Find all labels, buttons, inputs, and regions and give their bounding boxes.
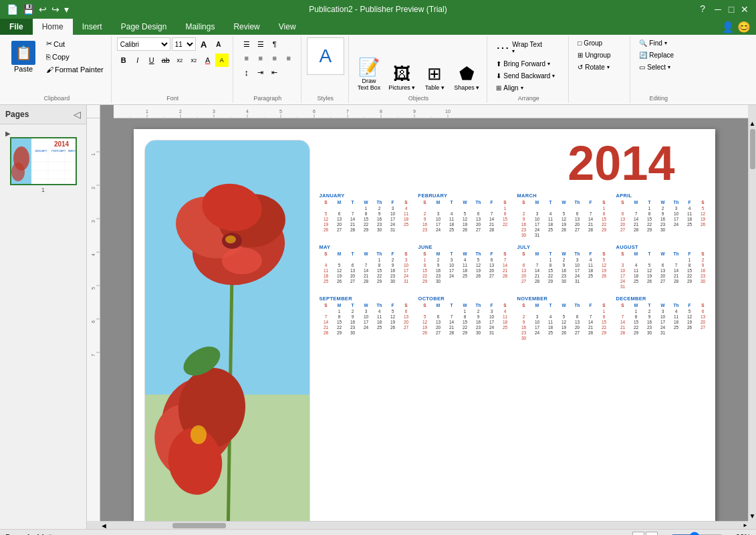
h-scroll-arrow-right[interactable]: ► (743, 522, 748, 528)
svg-text:7: 7 (346, 109, 349, 114)
ungroup-button[interactable]: ⊞ Ungroup (574, 49, 614, 61)
wrap-text-button[interactable]: ⋯ Wrap Text ▾ (493, 37, 564, 58)
h-scroll-track[interactable] (106, 522, 743, 530)
draw-text-box-button[interactable]: 📝 DrawText Box (354, 54, 384, 94)
tab-review[interactable]: Review (224, 19, 269, 35)
page-1-thumbnail[interactable]: 2014 JANUARY FEBRUARY MARCH (10, 137, 77, 185)
maximize-button[interactable]: □ (725, 3, 737, 15)
scroll-down-button[interactable]: ▼ (748, 511, 756, 521)
group-button[interactable]: □ Group (574, 37, 606, 49)
calendar-day-cell: 11 (320, 268, 333, 273)
font-grow-button[interactable]: A (197, 37, 211, 51)
calendar-day-cell: 4 (584, 257, 598, 262)
h-scroll-thumb[interactable] (172, 523, 226, 528)
styles-label: Styles (317, 94, 334, 102)
indent-more-button[interactable]: ⇥ (254, 66, 267, 79)
align-left-button[interactable]: ≡ (240, 51, 253, 65)
group-ungroup-content: □ Group ⊞ Ungroup ↺ Rotate ▾ (574, 37, 626, 94)
font-highlight-button[interactable]: A (215, 54, 229, 67)
font-name-select[interactable]: Calibri (117, 37, 170, 51)
pictures-button[interactable]: 🖼 Pictures ▾ (385, 60, 418, 94)
canvas-scroll-area[interactable]: 2014 (100, 118, 748, 521)
font-size-select[interactable]: 11 (172, 37, 196, 51)
minimize-button[interactable]: ─ (712, 3, 724, 15)
justify-button[interactable]: ≡ (282, 51, 295, 65)
undo-qa-button[interactable]: ↩ (37, 3, 48, 16)
select-button[interactable]: ▭ Select ▾ (636, 62, 674, 73)
tab-file[interactable]: File (0, 19, 33, 35)
calendar-day-cell: 19 (697, 216, 710, 221)
h-scroll-arrow-left[interactable]: ◄ (100, 522, 106, 530)
close-button[interactable]: ✕ (739, 3, 751, 15)
tab-page-design[interactable]: Page Design (112, 19, 176, 35)
calendar-day-cell: 19 (472, 268, 485, 273)
copy-button[interactable]: ⎘ Copy (43, 51, 107, 63)
subscript-button[interactable]: x2 (187, 54, 201, 67)
v-scroll-thumb[interactable] (750, 129, 755, 169)
calendar-day-cell: 4 (400, 205, 413, 211)
indent-less-button[interactable]: ⇤ (268, 66, 281, 79)
paste-button[interactable]: 📋 Paste (7, 37, 40, 76)
calendar-day-cell: 12 (418, 319, 432, 324)
calendar-day-cell (630, 284, 643, 289)
styles-button[interactable]: A (307, 37, 344, 75)
calendar-day-cell: 5 (683, 308, 697, 314)
tab-home[interactable]: Home (33, 19, 73, 35)
tab-insert[interactable]: Insert (73, 19, 112, 35)
vertical-scrollbar[interactable]: ▲ ▼ (748, 118, 756, 521)
normal-view-button[interactable]: ▦ (632, 532, 644, 536)
underline-button[interactable]: U (145, 54, 158, 67)
calendar-day-cell: 12 (472, 262, 485, 268)
shapes-button[interactable]: ⬟ Shapes ▾ (451, 60, 483, 94)
bullets-button[interactable]: ☰ (240, 37, 253, 51)
zoom-minus-button[interactable]: − (662, 533, 666, 536)
month-table-9: SMTWThFS12345678910111213141516171819202… (320, 302, 413, 335)
calendar-day-cell: 27 (333, 227, 346, 232)
calendar-day-cell: 16 (656, 216, 670, 221)
tab-mailings[interactable]: Mailings (176, 19, 224, 35)
calendar-day-cell: 11 (544, 216, 557, 221)
rotate-button[interactable]: ↺ Rotate ▾ (574, 62, 612, 73)
calendar-day-cell: 8 (598, 314, 611, 319)
replace-button[interactable]: 🔄 Replace (636, 49, 677, 61)
redo-qa-button[interactable]: ↪ (50, 3, 61, 16)
bring-forward-button[interactable]: ⬆ Bring Forward ▾ (493, 58, 553, 70)
horizontal-scrollbar[interactable]: ◄ ► (100, 521, 748, 529)
v-scroll-track[interactable] (749, 128, 756, 511)
tab-view[interactable]: View (269, 19, 305, 35)
send-backward-button[interactable]: ⬇ Send Backward ▾ (493, 70, 558, 82)
calendar-header-cell: T (445, 251, 459, 257)
arrange-label2 (600, 94, 602, 102)
calendar-day-cell: 26 (643, 278, 656, 284)
align-center-button[interactable]: ≡ (254, 51, 267, 65)
line-spacing-button[interactable]: ↕ (240, 66, 253, 79)
calendar-day-cell (432, 308, 445, 314)
align-button[interactable]: ⊞ Align ▾ (493, 82, 526, 94)
calendar-day-cell: 24 (616, 278, 630, 284)
profile-icon[interactable]: 👤 (721, 21, 735, 33)
calendar-day-cell: 1 (333, 308, 346, 314)
pilcrow-button[interactable]: ¶ (268, 37, 281, 51)
find-button[interactable]: 🔍 Find ▾ (636, 37, 670, 49)
calendar-day-cell (557, 232, 571, 237)
align-right-button[interactable]: ≡ (268, 51, 281, 65)
save-qa-button[interactable]: 💾 (21, 3, 35, 16)
font-color-button[interactable]: A (201, 54, 215, 67)
sidebar-collapse-button[interactable]: ◁ (74, 109, 81, 120)
help-icon[interactable]: ? (700, 3, 705, 15)
italic-button[interactable]: I (131, 54, 144, 67)
bold-button[interactable]: B (117, 54, 130, 67)
calendar-day-cell: 14 (346, 216, 360, 221)
format-painter-button[interactable]: 🖌 Format Painter (43, 64, 107, 76)
scroll-up-button[interactable]: ▲ (748, 118, 756, 128)
cut-button[interactable]: ✂ Cut (43, 37, 107, 50)
calendar-day-cell: 9 (643, 314, 656, 319)
customize-qa-button[interactable]: ▾ (63, 3, 70, 16)
master-view-button[interactable]: ⊞ (646, 532, 658, 536)
strikethrough-button[interactable]: ab (159, 54, 172, 67)
numbering-button[interactable]: ☰ (254, 37, 267, 51)
table-button[interactable]: ⊞ Table ▾ (420, 60, 449, 94)
superscript-button[interactable]: x2 (173, 54, 186, 67)
font-shrink-button[interactable]: A (212, 37, 225, 51)
zoom-plus-button[interactable]: + (728, 533, 732, 536)
